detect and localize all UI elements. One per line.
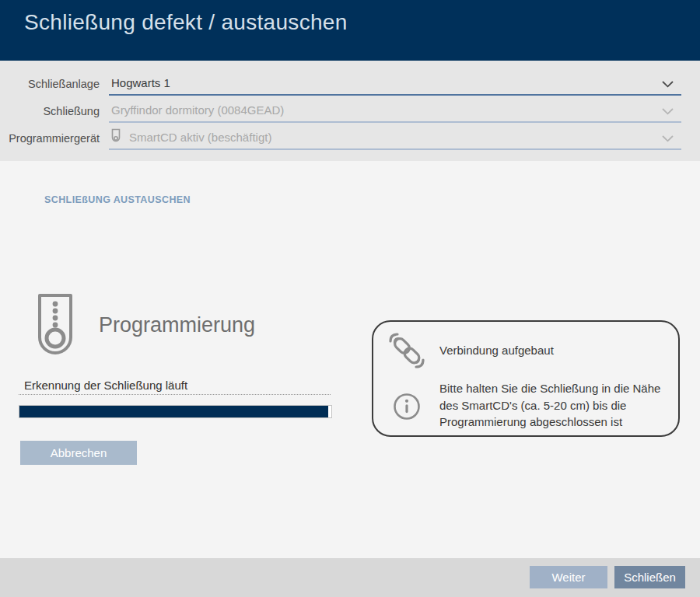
- form-row-programmiergeraet: Programmiergerät SmartCD aktiv (beschäft…: [0, 124, 700, 150]
- chevron-down-icon[interactable]: [662, 81, 674, 88]
- dotted-separator: [19, 394, 331, 395]
- form-row-schliessanlage: Schließanlage Hogwarts 1: [0, 69, 700, 96]
- lock-replace-dialog: { "window": { "title": "Schließung defek…: [0, 0, 700, 597]
- dialog-title: Schließung defekt / austauschen: [24, 10, 348, 35]
- status-badge: SCHLIEßUNG AUSTAUSCHEN: [44, 194, 191, 205]
- info-circle-icon: [393, 393, 421, 421]
- progress-bar: [19, 405, 332, 418]
- schliessung-label: Schließung: [0, 105, 100, 117]
- progress-status-text: Erkennung der Schließung läuft: [24, 379, 187, 392]
- cancel-button[interactable]: Abbrechen: [20, 441, 137, 465]
- close-button[interactable]: Schließen: [614, 566, 685, 588]
- wireless-link-icon: [389, 333, 425, 368]
- progress-fill: [19, 406, 328, 417]
- programmiergeraet-value: SmartCD aktiv (beschäftigt): [129, 131, 271, 144]
- smartcd-device-icon: [111, 128, 121, 144]
- schliessanlage-label: Schließanlage: [0, 78, 100, 90]
- form-panel: Schließanlage Hogwarts 1 Schließung Gryf…: [0, 61, 700, 161]
- connection-status-text: Verbindung aufgebaut: [439, 344, 554, 357]
- schliessung-select: Gryffindor dormitory (0084GEAD): [109, 96, 681, 123]
- instruction-text: Bitte halten Sie die Schließung in die N…: [439, 380, 682, 431]
- programmiergeraet-select: SmartCD aktiv (beschäftigt): [109, 124, 681, 150]
- lock-cylinder-icon: [37, 293, 73, 358]
- form-row-schliessung: Schließung Gryffindor dormitory (0084GEA…: [0, 96, 700, 123]
- chevron-down-icon: [662, 135, 674, 142]
- chevron-down-icon: [662, 108, 674, 115]
- footer-bar: Weiter Schließen: [0, 558, 700, 597]
- page-title: Programmierung: [99, 313, 255, 337]
- info-panel: Verbindung aufgebaut Bitte halten Sie di…: [372, 320, 680, 437]
- schliessanlage-value: Hogwarts 1: [111, 76, 170, 89]
- next-button[interactable]: Weiter: [530, 566, 607, 588]
- dialog-header: Schließung defekt / austauschen: [0, 0, 700, 61]
- programmiergeraet-label: Programmiergerät: [0, 132, 100, 145]
- schliessanlage-select[interactable]: Hogwarts 1: [109, 69, 681, 96]
- schliessung-value: Gryffindor dormitory (0084GEAD): [111, 103, 284, 117]
